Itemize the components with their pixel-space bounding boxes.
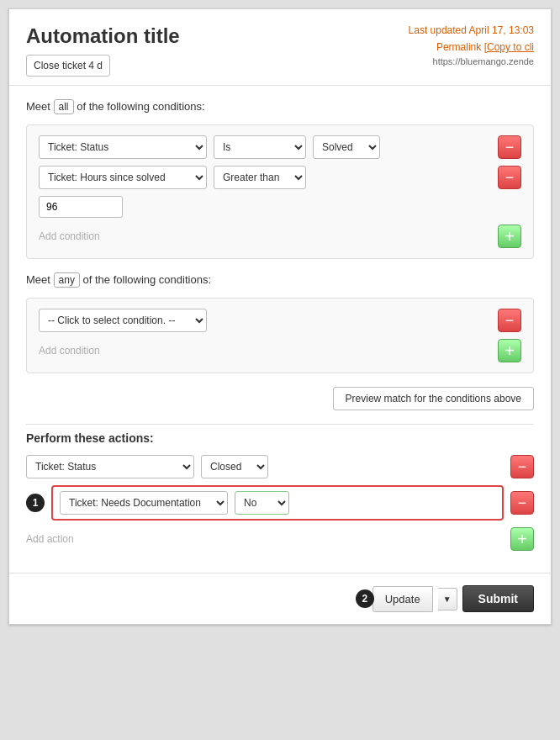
any-conditions-title: Meet any of the following conditions: <box>26 272 534 288</box>
condition-row-1: Ticket: Status Is Solved − <box>39 135 521 159</box>
add-action-row: Add action + <box>26 527 534 551</box>
add-any-condition-row: Add condition + <box>39 339 521 362</box>
action-row-1: Ticket: Status Closed − <box>26 455 534 478</box>
header-right: Last updated April 17, 13:03 Permalink [… <box>399 24 534 77</box>
copy-link[interactable]: [Copy to cli <box>484 41 534 53</box>
submit-badge: 2 <box>356 589 374 608</box>
footer-section: 2 Update ▼ Submit <box>9 573 551 624</box>
add-any-condition-button[interactable]: + <box>498 339 521 362</box>
all-conditions-block: Ticket: Status Is Solved − Ticket: Hours… <box>26 124 534 259</box>
page-title: Automation title <box>26 24 399 48</box>
main-content: Meet all of the following conditions: Ti… <box>9 86 551 564</box>
condition-row-2: Ticket: Hours since solved Greater than … <box>39 166 521 189</box>
actions-title: Perform these actions: <box>26 431 534 445</box>
automation-title-input[interactable] <box>26 55 110 77</box>
remove-any-condition1-button[interactable]: − <box>498 309 521 332</box>
action1-value-select[interactable]: Closed <box>201 455 268 478</box>
preview-button[interactable]: Preview match for the conditions above <box>333 387 534 410</box>
any-conditions-block: -- Click to select condition. -- − Add c… <box>26 298 534 373</box>
condition2-value-row <box>39 196 521 218</box>
any-badge: any <box>54 272 80 288</box>
divider <box>26 424 534 425</box>
remove-action1-button[interactable]: − <box>510 455 534 478</box>
condition2-value-input[interactable] <box>39 196 123 218</box>
update-dropdown-button[interactable]: ▼ <box>438 588 457 610</box>
condition1-value-select[interactable]: Solved <box>313 135 380 159</box>
action2-field-select[interactable]: Ticket: Needs Documentation <box>60 491 228 515</box>
add-action-text: Add action <box>26 533 74 545</box>
condition1-operator-select[interactable]: Is <box>214 135 306 159</box>
action2-badge: 1 <box>26 494 45 512</box>
all-badge: all <box>54 99 74 114</box>
preview-row: Preview match for the conditions above <box>26 387 534 410</box>
condition2-operator-select[interactable]: Greater than <box>214 166 306 189</box>
header-left: Automation title <box>26 24 399 77</box>
url-text: https://bluemango.zende <box>408 56 534 66</box>
condition1-field-select[interactable]: Ticket: Status <box>39 135 207 159</box>
remove-action2-button[interactable]: − <box>510 491 534 515</box>
action-row-2-container: 1 Ticket: Needs Documentation No − <box>26 485 534 521</box>
submit-button[interactable]: Submit <box>462 585 534 612</box>
action2-value-select[interactable]: No <box>235 491 289 515</box>
all-conditions-title: Meet all of the following conditions: <box>26 99 534 114</box>
update-button[interactable]: Update <box>372 586 433 612</box>
add-all-condition-row: Add condition + <box>39 225 521 248</box>
automation-editor: Automation title Last updated April 17, … <box>8 8 552 625</box>
remove-condition2-button[interactable]: − <box>498 166 521 189</box>
add-any-condition-text: Add condition <box>39 345 100 357</box>
actions-section: Perform these actions: Ticket: Status Cl… <box>26 431 534 551</box>
add-all-condition-button[interactable]: + <box>498 225 521 248</box>
remove-condition1-button[interactable]: − <box>498 135 521 159</box>
permalink-label: Permalink <box>436 41 481 53</box>
last-updated-text: Last updated April 17, 13:03 <box>408 24 534 36</box>
any-condition1-field-select[interactable]: -- Click to select condition. -- <box>39 309 207 332</box>
add-all-condition-text: Add condition <box>39 230 100 242</box>
action1-field-select[interactable]: Ticket: Status <box>26 455 194 478</box>
permalink-line: Permalink [Copy to cli <box>408 41 534 53</box>
add-action-button[interactable]: + <box>510 527 534 551</box>
condition2-field-select[interactable]: Ticket: Hours since solved <box>39 166 207 189</box>
header-section: Automation title Last updated April 17, … <box>9 9 551 86</box>
any-condition-row-1: -- Click to select condition. -- − <box>39 309 521 332</box>
action-row-2-highlighted: Ticket: Needs Documentation No <box>51 485 504 521</box>
